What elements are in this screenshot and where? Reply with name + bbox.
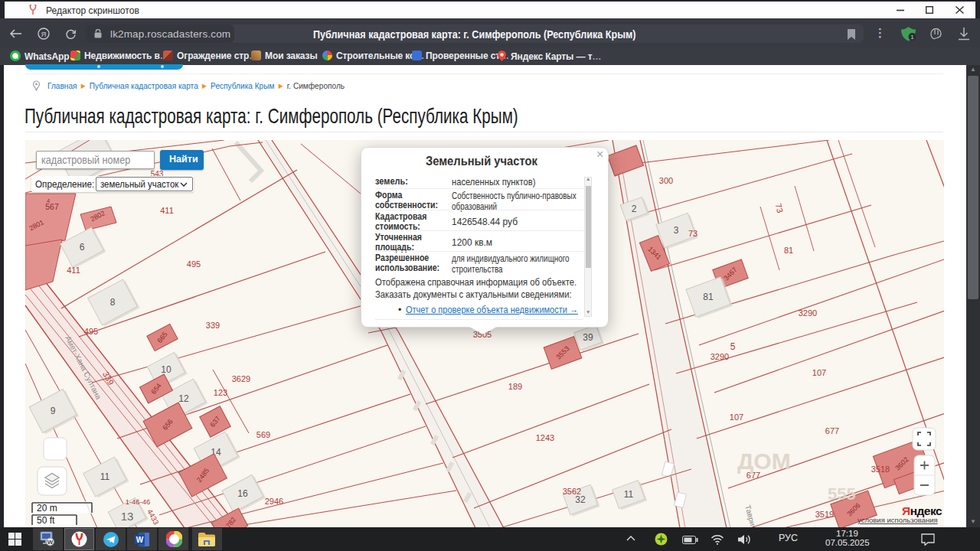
svg-text:2: 2: [632, 204, 637, 214]
svg-text:3518: 3518: [871, 465, 890, 474]
svg-text:3519: 3519: [815, 510, 834, 519]
svg-text:3629: 3629: [232, 374, 250, 383]
svg-text:3290: 3290: [710, 352, 729, 361]
svg-text:Я: Я: [41, 30, 47, 38]
svg-text:81: 81: [703, 292, 714, 302]
svg-text:1243: 1243: [536, 433, 554, 442]
svg-text:условия использования: условия использования: [858, 516, 938, 524]
svg-text:11: 11: [100, 471, 110, 482]
svg-text:73: 73: [688, 229, 697, 238]
svg-text:32: 32: [575, 494, 586, 505]
svg-text:13: 13: [121, 510, 134, 523]
svg-text:8: 8: [110, 297, 116, 308]
svg-text:6: 6: [80, 242, 85, 253]
svg-text:569: 569: [256, 430, 270, 439]
svg-text:16: 16: [237, 488, 248, 499]
svg-text:11: 11: [624, 489, 634, 500]
svg-text:1: 1: [910, 34, 914, 41]
svg-text:50 ft: 50 ft: [37, 515, 55, 526]
svg-text:ДОМ: ДОМ: [737, 448, 791, 474]
svg-text:411: 411: [160, 206, 174, 215]
svg-text:123: 123: [214, 388, 227, 397]
svg-text:1-46-46: 1-46-46: [126, 497, 151, 506]
svg-text:3290: 3290: [799, 308, 817, 318]
svg-text:677: 677: [825, 426, 839, 435]
svg-text:W: W: [47, 539, 54, 546]
svg-text:12: 12: [178, 393, 189, 404]
svg-text:555: 555: [828, 484, 856, 504]
svg-text:10: 10: [161, 364, 172, 375]
svg-text:339: 339: [206, 321, 220, 330]
svg-text:3562: 3562: [563, 487, 581, 496]
svg-text:81: 81: [784, 246, 793, 255]
svg-text:300: 300: [659, 176, 673, 185]
svg-text:4: 4: [47, 197, 50, 204]
svg-text:495: 495: [84, 327, 98, 336]
svg-text:107: 107: [730, 412, 743, 422]
svg-text:189: 189: [508, 382, 522, 391]
svg-text:107: 107: [812, 368, 826, 377]
svg-text:3: 3: [674, 225, 679, 236]
svg-text:495: 495: [187, 259, 201, 269]
svg-text:411: 411: [67, 266, 80, 275]
svg-text:W: W: [136, 536, 144, 544]
svg-text:5: 5: [730, 341, 736, 352]
svg-text:2946: 2946: [265, 497, 283, 506]
svg-text:39: 39: [583, 332, 593, 343]
svg-text:20 m: 20 m: [37, 503, 57, 514]
svg-text:9: 9: [51, 406, 56, 416]
